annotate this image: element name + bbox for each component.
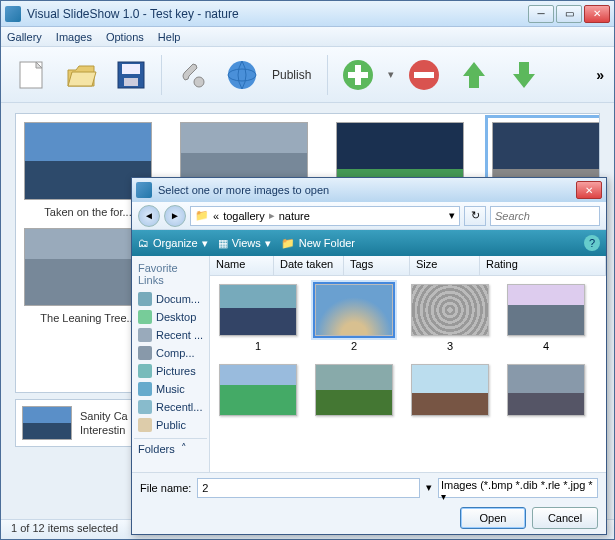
documents-icon	[138, 292, 152, 306]
remove-button[interactable]	[404, 55, 444, 95]
sidebar-link-computer[interactable]: Comp...	[134, 344, 207, 362]
file-item[interactable]: 4	[506, 284, 586, 352]
open-button[interactable]	[61, 55, 101, 95]
file-item[interactable]	[314, 364, 394, 420]
file-preview	[315, 284, 393, 336]
file-preview	[315, 364, 393, 416]
folder-icon: 📁	[195, 209, 209, 222]
dialog-titlebar: Select one or more images to open ✕	[132, 178, 606, 202]
dialog-sidebar: Favorite Links Docum... Desktop Recent .…	[132, 256, 210, 472]
file-item[interactable]	[410, 364, 490, 420]
col-tags[interactable]: Tags	[344, 256, 410, 275]
sidebar-link-music[interactable]: Music	[134, 380, 207, 398]
file-preview	[219, 284, 297, 336]
chevron-up-icon: ˄	[181, 442, 187, 455]
sidebar-link-desktop[interactable]: Desktop	[134, 308, 207, 326]
file-label: 1	[218, 340, 298, 352]
breadcrumb[interactable]: 📁 « togallery ▸ nature ▾	[190, 206, 460, 226]
recently-icon	[138, 400, 152, 414]
settings-button[interactable]	[172, 55, 212, 95]
file-label: 2	[314, 340, 394, 352]
dialog-close-button[interactable]: ✕	[576, 181, 602, 199]
folder-icon: 📁	[281, 237, 295, 250]
close-button[interactable]: ✕	[584, 5, 610, 23]
file-preview	[219, 364, 297, 416]
sidebar-header: Favorite Links	[134, 260, 207, 290]
sidebar-link-pictures[interactable]: Pictures	[134, 362, 207, 380]
col-name[interactable]: Name	[210, 256, 274, 275]
sidebar-link-recent[interactable]: Recent ...	[134, 326, 207, 344]
organize-button[interactable]: 🗂Organize▾	[138, 237, 208, 250]
public-icon	[138, 418, 152, 432]
recent-icon	[138, 328, 152, 342]
menu-images[interactable]: Images	[56, 31, 92, 43]
svg-rect-3	[124, 78, 138, 86]
dialog-title: Select one or more images to open	[158, 184, 576, 196]
add-dropdown[interactable]: ▾	[388, 68, 394, 81]
views-button[interactable]: ▦Views▾	[218, 237, 271, 250]
new-folder-button[interactable]: 📁New Folder	[281, 237, 355, 250]
file-preview	[507, 284, 585, 336]
breadcrumb-root: «	[213, 210, 219, 222]
music-icon	[138, 382, 152, 396]
organize-icon: 🗂	[138, 237, 149, 249]
sidebar-link-recently[interactable]: Recentl...	[134, 398, 207, 416]
file-item[interactable]	[506, 364, 586, 420]
nav-forward-button[interactable]: ►	[164, 205, 186, 227]
nav-back-button[interactable]: ◄	[138, 205, 160, 227]
menu-options[interactable]: Options	[106, 31, 144, 43]
status-text: 1 of 12 items selected	[11, 522, 118, 534]
sidebar-link-documents[interactable]: Docum...	[134, 290, 207, 308]
dialog-list: Name Date taken Tags Size Rating 1 2 3 4	[210, 256, 606, 472]
toolbar-overflow[interactable]: »	[596, 67, 604, 83]
breadcrumb-separator: ▸	[269, 209, 275, 222]
menu-gallery[interactable]: Gallery	[7, 31, 42, 43]
search-input[interactable]	[490, 206, 600, 226]
file-item[interactable]: 1	[218, 284, 298, 352]
toolbar-separator	[161, 55, 162, 95]
svg-rect-9	[348, 72, 368, 78]
file-preview	[507, 364, 585, 416]
dialog-body: Favorite Links Docum... Desktop Recent .…	[132, 256, 606, 472]
file-label: 4	[506, 340, 586, 352]
col-date[interactable]: Date taken	[274, 256, 344, 275]
cancel-button[interactable]: Cancel	[532, 507, 598, 529]
refresh-button[interactable]: ↻	[464, 206, 486, 226]
filename-dropdown[interactable]: ▾	[426, 481, 432, 494]
sidebar-folders-toggle[interactable]: Folders˄	[134, 438, 207, 458]
save-button[interactable]	[111, 55, 151, 95]
filetype-select[interactable]: Images (*.bmp *.dib *.rle *.jpg * ▾	[438, 478, 598, 498]
filename-input[interactable]	[197, 478, 420, 498]
breadcrumb-item[interactable]: nature	[279, 210, 310, 222]
minimize-button[interactable]: ─	[528, 5, 554, 23]
breadcrumb-dropdown[interactable]: ▾	[449, 209, 455, 222]
breadcrumb-item[interactable]: togallery	[223, 210, 265, 222]
file-open-dialog: Select one or more images to open ✕ ◄ ► …	[131, 177, 607, 535]
file-label: 3	[410, 340, 490, 352]
move-down-button[interactable]	[504, 55, 544, 95]
column-headers: Name Date taken Tags Size Rating	[210, 256, 606, 276]
file-item-selected[interactable]: 2	[314, 284, 394, 352]
detail-thumbnail	[22, 406, 72, 440]
publish-button[interactable]	[222, 55, 262, 95]
svg-point-4	[194, 77, 204, 87]
col-rating[interactable]: Rating	[480, 256, 606, 275]
menu-help[interactable]: Help	[158, 31, 181, 43]
filename-label: File name:	[140, 482, 191, 494]
svg-rect-2	[122, 64, 140, 74]
add-button[interactable]	[338, 55, 378, 95]
window-controls: ─ ▭ ✕	[528, 5, 610, 23]
detail-line2: Interestin	[80, 423, 128, 437]
publish-label: Publish	[272, 68, 311, 82]
dialog-toolbar: 🗂Organize▾ ▦Views▾ 📁New Folder ?	[132, 230, 606, 256]
svg-point-5	[228, 61, 256, 89]
file-item[interactable]: 3	[410, 284, 490, 352]
file-item[interactable]	[218, 364, 298, 420]
sidebar-link-public[interactable]: Public	[134, 416, 207, 434]
move-up-button[interactable]	[454, 55, 494, 95]
new-button[interactable]	[11, 55, 51, 95]
col-size[interactable]: Size	[410, 256, 480, 275]
open-button[interactable]: Open	[460, 507, 526, 529]
maximize-button[interactable]: ▭	[556, 5, 582, 23]
help-button[interactable]: ?	[584, 235, 600, 251]
